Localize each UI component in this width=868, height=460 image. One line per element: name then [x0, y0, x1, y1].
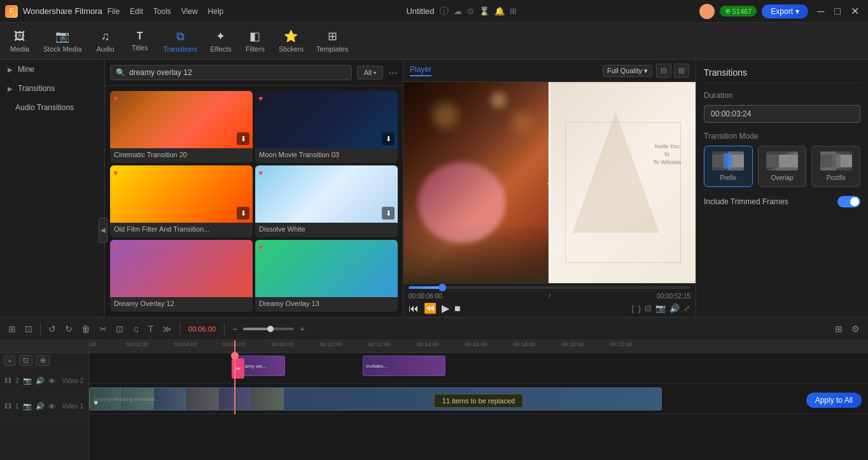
panel-collapse-btn[interactable]: ◀ — [99, 218, 108, 243]
user-avatar — [699, 4, 715, 19]
toolbar-filters[interactable]: ◧ Filters — [238, 27, 272, 55]
timeline-grid-btn[interactable]: ⊞ — [832, 322, 846, 336]
trimmed-frames-toggle[interactable] — [837, 196, 860, 207]
copy-button[interactable]: ⊡ — [113, 322, 127, 336]
search-input[interactable] — [129, 68, 346, 77]
effect-card-film[interactable]: ♥ ⬇ Old Film Filter And Transition... — [110, 165, 253, 237]
mark-out-button[interactable]: } — [638, 303, 641, 313]
menu-tools[interactable]: Tools — [153, 7, 171, 16]
fullscreen-preview-btn[interactable]: ⊞ — [674, 64, 689, 78]
toolbar-effects[interactable]: ✦ Effects — [204, 27, 238, 55]
toolbar-stock[interactable]: 📷 Stock Media — [37, 27, 88, 55]
svg-rect-7 — [832, 153, 841, 169]
more-tl-btn[interactable]: ≫ — [159, 322, 175, 336]
toolbar-transitions[interactable]: ⧉ Transitions — [157, 27, 204, 55]
preview-tabs: Player — [410, 65, 431, 76]
menu-view[interactable]: View — [181, 7, 198, 16]
download-btn-film[interactable]: ⬇ — [237, 207, 249, 220]
download-btn-moon[interactable]: ⬇ — [382, 132, 395, 145]
apply-all-button[interactable]: Apply to All — [806, 393, 862, 408]
add-track-btn-2[interactable]: ⊡ — [19, 355, 32, 366]
mark-in-button[interactable]: { — [631, 303, 634, 313]
ruler-08: 00:08:00 — [271, 341, 293, 347]
cut-button[interactable]: ✂ — [96, 322, 110, 336]
effect-card-moon[interactable]: ♥ ⬇ Moon Movie Transition 03 — [255, 91, 398, 163]
toolbar-titles[interactable]: T Titles — [123, 28, 157, 54]
more-button[interactable]: ··· — [388, 66, 398, 80]
download-btn-ct20[interactable]: ⬇ — [237, 132, 249, 145]
total-time: 00:00:52:15 — [657, 293, 690, 300]
effect-card-ct20[interactable]: ♥ ⬇ Cinematic Transition 20 — [110, 91, 253, 163]
close-button[interactable]: ✕ — [847, 4, 863, 18]
video1-label: Video 1 — [62, 403, 83, 410]
toolbar-stickers[interactable]: ⭐ Stickers — [272, 27, 310, 55]
sidebar-item-transitions[interactable]: ▶ Transitions — [0, 79, 104, 98]
sidebar-item-audio-transitions[interactable]: Audio Transitions — [0, 98, 104, 117]
zoom-slider-thumb[interactable] — [267, 326, 274, 332]
redo-button[interactable]: ↻ — [62, 322, 76, 336]
toolbar-audio[interactable]: ♫ Audio — [88, 27, 123, 55]
quality-select[interactable]: Full Quality ▾ — [603, 65, 652, 77]
menu-edit[interactable]: Edit — [130, 7, 143, 16]
export-button[interactable]: Export ▾ — [762, 4, 808, 18]
favorite-icon-film: ♥ — [113, 169, 118, 178]
effect-card-extra1[interactable]: ♥ Dreamy Overlay 12 — [110, 240, 253, 312]
mode-overlap[interactable]: Overlap — [758, 146, 807, 187]
progress-bar[interactable] — [409, 286, 690, 289]
zoom-out-btn[interactable]: − — [229, 322, 241, 336]
mode-postfix[interactable]: Postfix — [811, 146, 860, 187]
mode-prefix[interactable]: Prefix — [704, 146, 753, 187]
favorite-icon-extra2: ♥ — [258, 243, 263, 252]
timeline-layout-btn[interactable]: ⊞ — [5, 322, 19, 336]
notification-icon: 🔔 — [494, 6, 505, 16]
menu-file[interactable]: File — [108, 7, 120, 16]
resize-btn[interactable]: ⤢ — [683, 303, 690, 313]
add-video-track-btn[interactable]: + — [4, 356, 15, 366]
time-display: 00:00:06:00 / 00:00:52:15 — [409, 293, 690, 300]
timeline-settings-btn[interactable]: ⚙ — [848, 322, 863, 336]
menu-help[interactable]: Help — [208, 7, 224, 16]
zoom-in-btn[interactable]: + — [297, 322, 308, 336]
duration-input[interactable] — [704, 105, 860, 123]
tl-divider-3 — [224, 323, 225, 335]
search-bar: 🔍 All ▾ ··· — [105, 60, 403, 86]
download-btn-dissolve[interactable]: ⬇ — [382, 207, 395, 220]
snapshot-btn[interactable]: 📷 — [655, 303, 666, 313]
timeline: ⊞ ⊡ ↺ ↻ 🗑 ✂ ⊡ ♫ T ≫ 00:06:00 − + ⊞ ⚙ — [0, 317, 868, 460]
play-button[interactable]: ▶ — [442, 302, 449, 314]
step-back-button[interactable]: ⏮ — [409, 303, 419, 314]
postfix-label: Postfix — [827, 174, 846, 181]
timeline-playhead — [234, 353, 235, 414]
effect-card-dissolve[interactable]: ♥ ⬇ Dissolve White — [255, 165, 398, 237]
maximize-button[interactable]: □ — [830, 4, 844, 18]
clip-video2-2[interactable]: Invitatio... — [363, 356, 445, 376]
undo-button[interactable]: ↺ — [45, 322, 59, 336]
clip-video1-main[interactable]: Dreamy Wedding Invitation... ♥ — [89, 387, 662, 410]
frame-back-button[interactable]: ⏪ — [424, 302, 437, 314]
sidebar-item-mine[interactable]: ▶ Mine — [0, 60, 104, 79]
timeline-snap-btn[interactable]: ⊡ — [22, 322, 36, 336]
timeline-content: + ⊡ ⊕ 🎞 2 📷 🔊 👁 Video 2 🎞 1 📷 🔊 👁 Video … — [0, 340, 868, 460]
add-track-btn-3[interactable]: ⊕ — [36, 355, 50, 366]
track-headers: + ⊡ ⊕ 🎞 2 📷 🔊 👁 Video 2 🎞 1 📷 🔊 👁 Video … — [0, 340, 89, 460]
effect-card-extra2[interactable]: ♥ Dreamy Overlay 13 — [255, 240, 398, 312]
text-btn[interactable]: T — [145, 322, 157, 336]
eye1-icon: 👁 — [48, 403, 55, 410]
clip-trans-1[interactable]: ✂ — [232, 358, 244, 379]
video2-icon: 🎞 — [5, 377, 11, 384]
minimize-button[interactable]: ─ — [813, 4, 828, 18]
filters-label: Filters — [246, 45, 265, 53]
media-label: Media — [10, 45, 29, 53]
stop-button[interactable]: ■ — [454, 303, 461, 314]
split-view-btn[interactable]: ⊟ — [656, 64, 671, 78]
tab-player[interactable]: Player — [410, 65, 431, 76]
progress-thumb[interactable] — [438, 284, 446, 291]
audio-btn[interactable]: 🔊 — [669, 303, 680, 313]
toolbar-media[interactable]: 🖼 Media — [3, 27, 37, 55]
toolbar-templates[interactable]: ⊞ Templates — [310, 27, 354, 55]
filter-dropdown[interactable]: All ▾ — [357, 66, 383, 80]
audio-track-btn[interactable]: ♫ — [129, 322, 143, 336]
window-controls: ─ □ ✕ — [813, 4, 863, 18]
delete-button[interactable]: 🗑 — [78, 322, 94, 336]
split-screen-btn[interactable]: ⊟ — [645, 303, 652, 313]
